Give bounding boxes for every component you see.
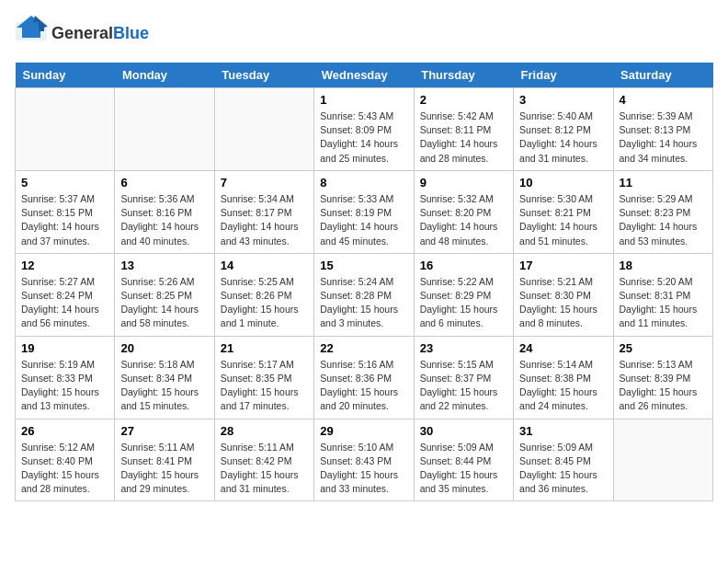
calendar-week-row: 1Sunrise: 5:43 AM Sunset: 8:09 PM Daylig… [16, 88, 713, 171]
calendar-day-cell [16, 88, 115, 171]
calendar-day-cell: 1Sunrise: 5:43 AM Sunset: 8:09 PM Daylig… [314, 88, 414, 171]
day-info: Sunrise: 5:11 AM Sunset: 8:42 PM Dayligh… [221, 441, 308, 497]
calendar-day-cell: 13Sunrise: 5:26 AM Sunset: 8:25 PM Dayli… [115, 253, 214, 336]
calendar-day-cell: 29Sunrise: 5:10 AM Sunset: 8:43 PM Dayli… [314, 419, 414, 501]
calendar-day-cell: 10Sunrise: 5:30 AM Sunset: 8:21 PM Dayli… [514, 170, 613, 253]
day-info: Sunrise: 5:34 AM Sunset: 8:17 PM Dayligh… [221, 192, 308, 248]
calendar-day-cell: 26Sunrise: 5:12 AM Sunset: 8:40 PM Dayli… [16, 419, 115, 501]
day-number: 30 [420, 424, 507, 438]
calendar-week-row: 26Sunrise: 5:12 AM Sunset: 8:40 PM Dayli… [16, 419, 713, 501]
calendar-day-cell: 7Sunrise: 5:34 AM Sunset: 8:17 PM Daylig… [214, 170, 313, 253]
day-number: 20 [120, 341, 208, 355]
day-info: Sunrise: 5:14 AM Sunset: 8:38 PM Dayligh… [519, 358, 607, 414]
day-number: 23 [420, 341, 507, 355]
calendar-day-cell: 12Sunrise: 5:27 AM Sunset: 8:24 PM Dayli… [16, 253, 115, 336]
calendar-day-cell [613, 419, 712, 501]
day-info: Sunrise: 5:09 AM Sunset: 8:44 PM Dayligh… [420, 441, 507, 497]
calendar-day-cell: 4Sunrise: 5:39 AM Sunset: 8:13 PM Daylig… [613, 88, 712, 171]
calendar-day-cell: 17Sunrise: 5:21 AM Sunset: 8:30 PM Dayli… [514, 253, 613, 336]
day-number: 21 [221, 341, 308, 355]
day-number: 27 [120, 424, 208, 438]
calendar-day-cell: 5Sunrise: 5:37 AM Sunset: 8:15 PM Daylig… [16, 170, 115, 253]
day-number: 28 [221, 424, 308, 438]
day-number: 31 [519, 424, 607, 438]
calendar-day-cell: 23Sunrise: 5:15 AM Sunset: 8:37 PM Dayli… [414, 336, 513, 419]
day-info: Sunrise: 5:25 AM Sunset: 8:26 PM Dayligh… [221, 275, 308, 331]
calendar-day-cell: 20Sunrise: 5:18 AM Sunset: 8:34 PM Dayli… [115, 336, 214, 419]
logo: GeneralBlue [15, 15, 149, 52]
calendar-day-cell [214, 88, 313, 171]
day-number: 9 [420, 176, 507, 190]
day-info: Sunrise: 5:15 AM Sunset: 8:37 PM Dayligh… [420, 358, 507, 414]
calendar-day-cell: 24Sunrise: 5:14 AM Sunset: 8:38 PM Dayli… [514, 336, 613, 419]
day-number: 13 [120, 259, 208, 272]
calendar-week-row: 19Sunrise: 5:19 AM Sunset: 8:33 PM Dayli… [16, 336, 713, 419]
day-info: Sunrise: 5:21 AM Sunset: 8:30 PM Dayligh… [519, 275, 607, 331]
day-info: Sunrise: 5:37 AM Sunset: 8:15 PM Dayligh… [21, 192, 108, 248]
day-number: 5 [21, 176, 108, 190]
day-info: Sunrise: 5:11 AM Sunset: 8:41 PM Dayligh… [120, 441, 208, 497]
calendar-day-cell: 21Sunrise: 5:17 AM Sunset: 8:35 PM Dayli… [214, 336, 313, 419]
calendar-day-cell: 19Sunrise: 5:19 AM Sunset: 8:33 PM Dayli… [16, 336, 115, 419]
calendar-day-cell: 25Sunrise: 5:13 AM Sunset: 8:39 PM Dayli… [613, 336, 712, 419]
calendar-day-cell: 30Sunrise: 5:09 AM Sunset: 8:44 PM Dayli… [414, 419, 513, 501]
day-number: 8 [320, 176, 407, 190]
logo-svg [15, 15, 48, 48]
day-number: 19 [21, 341, 108, 355]
day-number: 4 [620, 93, 707, 107]
calendar-day-cell: 31Sunrise: 5:09 AM Sunset: 8:45 PM Dayli… [514, 419, 613, 501]
day-info: Sunrise: 5:12 AM Sunset: 8:40 PM Dayligh… [21, 441, 108, 497]
calendar-day-cell: 6Sunrise: 5:36 AM Sunset: 8:16 PM Daylig… [115, 170, 214, 253]
day-number: 6 [120, 176, 208, 190]
day-of-week-wednesday: Wednesday [314, 63, 414, 88]
day-info: Sunrise: 5:43 AM Sunset: 8:09 PM Dayligh… [320, 109, 407, 166]
day-info: Sunrise: 5:33 AM Sunset: 8:19 PM Dayligh… [320, 192, 407, 248]
day-info: Sunrise: 5:42 AM Sunset: 8:11 PM Dayligh… [420, 109, 507, 166]
day-info: Sunrise: 5:27 AM Sunset: 8:24 PM Dayligh… [21, 275, 108, 331]
logo-blue: Blue [113, 24, 149, 42]
day-info: Sunrise: 5:36 AM Sunset: 8:16 PM Dayligh… [120, 192, 208, 248]
calendar-table: SundayMondayTuesdayWednesdayThursdayFrid… [15, 63, 713, 501]
logo-text-container: GeneralBlue [51, 24, 149, 43]
calendar-day-cell: 15Sunrise: 5:24 AM Sunset: 8:28 PM Dayli… [314, 253, 414, 336]
calendar-day-cell [115, 88, 214, 171]
page-header: GeneralBlue [15, 15, 713, 52]
calendar-day-cell: 18Sunrise: 5:20 AM Sunset: 8:31 PM Dayli… [613, 253, 712, 336]
day-number: 26 [21, 424, 108, 438]
logo-general: General [51, 24, 113, 42]
day-number: 25 [620, 341, 707, 355]
day-info: Sunrise: 5:20 AM Sunset: 8:31 PM Dayligh… [620, 275, 707, 331]
calendar-day-cell: 11Sunrise: 5:29 AM Sunset: 8:23 PM Dayli… [613, 170, 712, 253]
calendar-day-cell: 22Sunrise: 5:16 AM Sunset: 8:36 PM Dayli… [314, 336, 414, 419]
day-number: 18 [620, 259, 707, 272]
day-info: Sunrise: 5:18 AM Sunset: 8:34 PM Dayligh… [120, 358, 208, 414]
day-info: Sunrise: 5:19 AM Sunset: 8:33 PM Dayligh… [21, 358, 108, 414]
calendar-day-cell: 16Sunrise: 5:22 AM Sunset: 8:29 PM Dayli… [414, 253, 513, 336]
calendar-day-cell: 14Sunrise: 5:25 AM Sunset: 8:26 PM Dayli… [214, 253, 313, 336]
calendar-day-cell: 27Sunrise: 5:11 AM Sunset: 8:41 PM Dayli… [115, 419, 214, 501]
day-of-week-friday: Friday [514, 63, 613, 88]
day-info: Sunrise: 5:26 AM Sunset: 8:25 PM Dayligh… [120, 275, 208, 331]
day-number: 15 [320, 259, 407, 272]
calendar-week-row: 5Sunrise: 5:37 AM Sunset: 8:15 PM Daylig… [16, 170, 713, 253]
day-of-week-tuesday: Tuesday [214, 63, 313, 88]
day-number: 14 [221, 259, 308, 272]
day-info: Sunrise: 5:10 AM Sunset: 8:43 PM Dayligh… [320, 441, 407, 497]
day-info: Sunrise: 5:40 AM Sunset: 8:12 PM Dayligh… [519, 109, 607, 166]
day-info: Sunrise: 5:22 AM Sunset: 8:29 PM Dayligh… [420, 275, 507, 331]
calendar-day-cell: 9Sunrise: 5:32 AM Sunset: 8:20 PM Daylig… [414, 170, 513, 253]
day-number: 17 [519, 259, 607, 272]
calendar-day-cell: 3Sunrise: 5:40 AM Sunset: 8:12 PM Daylig… [514, 88, 613, 171]
day-info: Sunrise: 5:09 AM Sunset: 8:45 PM Dayligh… [519, 441, 607, 497]
day-info: Sunrise: 5:17 AM Sunset: 8:35 PM Dayligh… [221, 358, 308, 414]
day-number: 12 [21, 259, 108, 272]
day-number: 11 [620, 176, 707, 190]
calendar-day-cell: 28Sunrise: 5:11 AM Sunset: 8:42 PM Dayli… [214, 419, 313, 501]
day-of-week-sunday: Sunday [16, 63, 115, 88]
calendar-day-cell: 8Sunrise: 5:33 AM Sunset: 8:19 PM Daylig… [314, 170, 414, 253]
day-of-week-saturday: Saturday [613, 63, 712, 88]
day-of-week-thursday: Thursday [414, 63, 513, 88]
day-info: Sunrise: 5:32 AM Sunset: 8:20 PM Dayligh… [420, 192, 507, 248]
day-info: Sunrise: 5:30 AM Sunset: 8:21 PM Dayligh… [519, 192, 607, 248]
day-number: 22 [320, 341, 407, 355]
